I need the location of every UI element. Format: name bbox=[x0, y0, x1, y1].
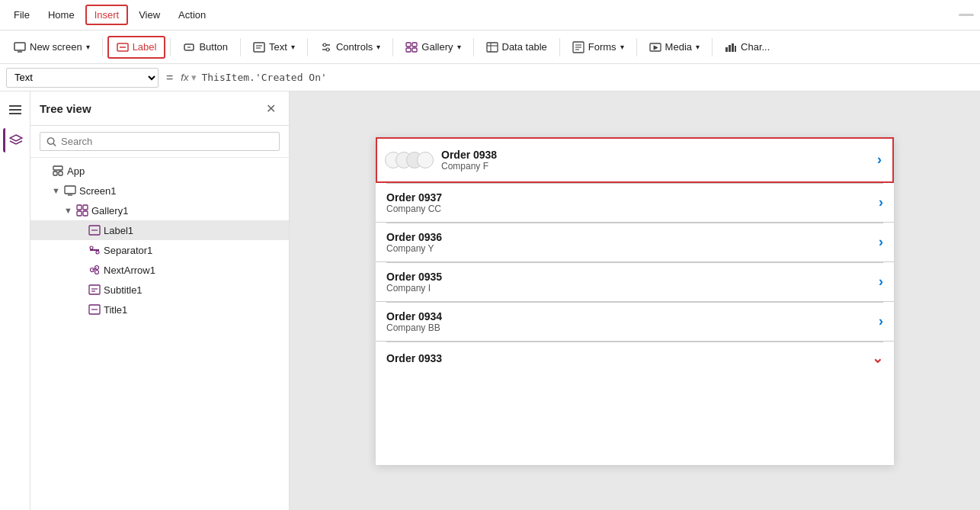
app-icon bbox=[52, 165, 64, 177]
screen-icon bbox=[64, 184, 76, 197]
gallery-tree-icon bbox=[76, 204, 88, 217]
menu-action[interactable]: Action bbox=[171, 6, 213, 24]
title-icon bbox=[88, 303, 101, 316]
tree-item-app[interactable]: App bbox=[30, 161, 289, 181]
tree-item-gallery1[interactable]: ▼ Gallery1 bbox=[30, 200, 289, 220]
tree-header: Tree view ✕ bbox=[30, 91, 289, 126]
gallery-label: Gallery bbox=[421, 41, 453, 53]
gallery-item-3-content: Order 0936 Company Y bbox=[386, 231, 879, 254]
gallery-item-3-sub: Company Y bbox=[386, 243, 879, 254]
new-screen-label: New screen bbox=[30, 41, 82, 53]
svg-rect-41 bbox=[77, 205, 82, 210]
menu-file[interactable]: File bbox=[6, 6, 37, 24]
circle-group bbox=[385, 152, 434, 168]
controls-caret: ▾ bbox=[376, 43, 380, 51]
svg-rect-36 bbox=[53, 166, 62, 170]
gallery-item-3-arrow: › bbox=[879, 234, 883, 250]
svg-point-52 bbox=[95, 271, 99, 274]
svg-rect-14 bbox=[412, 43, 417, 47]
gallery-item-3[interactable]: Order 0936 Company Y › bbox=[376, 223, 894, 262]
svg-rect-53 bbox=[89, 285, 100, 294]
svg-rect-29 bbox=[735, 46, 736, 52]
gallery-item-4-title: Order 0935 bbox=[386, 271, 879, 283]
svg-rect-0 bbox=[14, 43, 25, 50]
app-frame: Order 0938 Company F › Order 0937 Compan… bbox=[376, 137, 894, 465]
tree-item-nextarrow1[interactable]: NextArrow1 bbox=[30, 260, 289, 280]
svg-rect-44 bbox=[83, 211, 88, 216]
gallery-icon bbox=[405, 41, 418, 53]
formula-input[interactable] bbox=[201, 72, 974, 83]
tree-item-screen1[interactable]: ▼ Screen1 bbox=[30, 181, 289, 200]
button-button[interactable]: Button bbox=[175, 37, 235, 57]
svg-rect-27 bbox=[729, 45, 731, 52]
label-label: Label bbox=[133, 41, 157, 53]
text-button[interactable]: Text ▾ bbox=[245, 37, 303, 57]
forms-button[interactable]: Forms ▾ bbox=[565, 37, 632, 57]
tree-item-label1[interactable]: Label1 bbox=[30, 220, 289, 240]
label1-label: Label1 bbox=[104, 225, 133, 236]
data-table-button[interactable]: Data table bbox=[479, 37, 555, 57]
chart-icon bbox=[725, 41, 737, 53]
gallery-item-5-sub: Company BB bbox=[386, 322, 879, 333]
gallery-item-5-title: Order 0934 bbox=[386, 310, 879, 322]
gallery-item-5[interactable]: Order 0934 Company BB › bbox=[376, 303, 894, 342]
circle-4 bbox=[417, 152, 434, 168]
label-button[interactable]: Label bbox=[107, 36, 166, 59]
tree-content: App ▼ Screen1 ▼ Galler bbox=[30, 158, 289, 510]
menu-overflow bbox=[959, 14, 974, 16]
menu-home[interactable]: Home bbox=[40, 6, 82, 24]
sidebar-icons bbox=[0, 91, 30, 510]
toolbar-divider-6 bbox=[473, 38, 474, 56]
svg-marker-33 bbox=[10, 135, 22, 141]
tree-item-title1[interactable]: Title1 bbox=[30, 300, 289, 319]
button-icon bbox=[183, 41, 195, 53]
toolbar-divider-5 bbox=[392, 38, 393, 56]
menu-bar: File Home Insert View Action bbox=[0, 0, 980, 30]
tree-item-separator1[interactable]: Separator1 bbox=[30, 240, 289, 260]
search-input[interactable] bbox=[61, 136, 273, 147]
tree-panel: Tree view ✕ App bbox=[30, 91, 290, 510]
controls-icon bbox=[320, 41, 332, 53]
new-screen-button[interactable]: New screen ▾ bbox=[6, 37, 98, 57]
controls-button[interactable]: Controls ▾ bbox=[312, 37, 388, 57]
gallery-item-4[interactable]: Order 0935 Company I › bbox=[376, 263, 894, 302]
sidebar-menu-icon[interactable] bbox=[3, 98, 27, 122]
data-table-label: Data table bbox=[502, 41, 547, 53]
separator-icon bbox=[88, 244, 101, 256]
subtitle-icon bbox=[88, 284, 101, 296]
formula-select[interactable]: Text bbox=[6, 68, 159, 88]
svg-rect-26 bbox=[725, 47, 728, 52]
gallery-item-3-title: Order 0936 bbox=[386, 231, 879, 243]
gallery-item-6-title: Order 0933 bbox=[386, 352, 872, 364]
gallery-item-2[interactable]: Order 0937 Company CC › bbox=[376, 184, 894, 223]
gallery-item-1-content: Order 0938 Company F bbox=[441, 149, 877, 172]
chart-label: Char... bbox=[741, 41, 770, 53]
tree-view-title: Tree view bbox=[40, 102, 91, 115]
title1-label: Title1 bbox=[104, 304, 127, 316]
gallery-item-6[interactable]: Order 0933 ⌄ bbox=[376, 342, 894, 374]
tree-item-subtitle1[interactable]: Subtitle1 bbox=[30, 280, 289, 300]
gallery-item-1-arrow: › bbox=[877, 152, 882, 168]
gallery-item-4-sub: Company I bbox=[386, 283, 879, 293]
next-arrow-icon bbox=[88, 264, 101, 276]
media-button[interactable]: Media ▾ bbox=[642, 37, 707, 57]
nextarrow1-label: NextArrow1 bbox=[104, 265, 155, 276]
gallery-button[interactable]: Gallery ▾ bbox=[398, 37, 468, 57]
canvas-area: Order 0938 Company F › Order 0937 Compan… bbox=[290, 91, 980, 510]
sidebar-layers-icon[interactable] bbox=[3, 128, 27, 152]
gallery-item-1[interactable]: Order 0938 Company F › bbox=[376, 137, 894, 183]
tree-close-button[interactable]: ✕ bbox=[261, 99, 280, 117]
menu-insert[interactable]: Insert bbox=[85, 5, 129, 25]
svg-rect-13 bbox=[406, 43, 411, 47]
svg-rect-16 bbox=[412, 48, 417, 52]
menu-view[interactable]: View bbox=[131, 6, 168, 24]
gallery1-label: Gallery1 bbox=[91, 205, 128, 217]
chart-button[interactable]: Char... bbox=[717, 37, 777, 57]
subtitle1-label: Subtitle1 bbox=[104, 284, 143, 296]
gallery-item-1-sub: Company F bbox=[441, 161, 877, 172]
svg-rect-38 bbox=[59, 172, 62, 175]
svg-rect-43 bbox=[77, 211, 82, 216]
gallery-item-6-content: Order 0933 bbox=[386, 352, 872, 364]
svg-point-10 bbox=[323, 43, 326, 47]
layers-icon bbox=[9, 133, 23, 147]
